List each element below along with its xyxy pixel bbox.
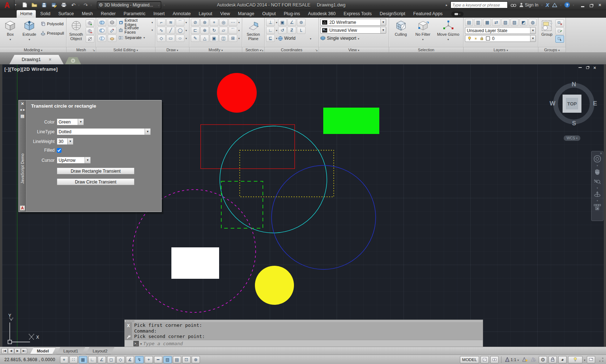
layer-freeze-button[interactable]: ◩ — [520, 19, 528, 26]
toggle-transparency[interactable]: ▨ — [163, 356, 172, 363]
ribbon-tab-featured-apps[interactable]: Featured Apps — [410, 10, 446, 18]
orbit-arrow[interactable]: ▾ — [597, 200, 598, 202]
ucs-origin-button[interactable]: ⊑ — [266, 35, 275, 42]
ribbon-tab-layout[interactable]: Layout — [195, 10, 216, 18]
draw-circle-transient-button[interactable]: Draw Circle Transient — [57, 178, 135, 185]
draw-ellipse-arrow[interactable] — [185, 37, 187, 40]
panel-label-section[interactable]: Section — [242, 47, 264, 52]
layout-tab-model[interactable]: Model — [30, 347, 56, 354]
viewcube-west[interactable]: W — [550, 100, 555, 107]
modify-pedit-button[interactable]: ⊏ — [191, 27, 200, 34]
viewport-minimize-button[interactable] — [579, 65, 582, 70]
layout-tab-layout2[interactable]: Layout2 — [86, 347, 114, 354]
modify-3d-align-button[interactable]: ⊛ — [200, 19, 209, 26]
toggle-polar-tracking[interactable]: ∠ — [98, 356, 106, 363]
ribbon-tab-mesh[interactable]: Mesh — [78, 10, 97, 18]
plot-button[interactable] — [60, 1, 67, 9]
viewport-close-button[interactable]: × — [593, 65, 596, 70]
ribbon-tab-output[interactable]: Output — [259, 10, 279, 18]
new-drawing-button[interactable] — [21, 1, 28, 9]
toolbar-lock-button[interactable] — [549, 356, 557, 363]
draw-rectangle-button[interactable]: ▭ — [166, 35, 175, 42]
layer-unisolate-button[interactable]: ▨ — [511, 19, 518, 26]
panel-label-solid-editing[interactable]: Solid Editing — [96, 47, 155, 52]
yellow-dashed-rectangle[interactable] — [240, 150, 334, 197]
mesh-panel-launcher[interactable] — [92, 48, 95, 52]
filled-checkbox[interactable] — [57, 148, 61, 153]
infocenter-collapse-arrow[interactable]: ▸ — [446, 3, 448, 7]
ribbon-tab-surface[interactable]: Surface — [55, 10, 77, 18]
zoom-button[interactable] — [593, 177, 601, 185]
modify-mirror-button[interactable]: ◫ — [219, 35, 228, 42]
draw-revision-cloud-button[interactable]: ≋ — [166, 19, 175, 26]
toggle-lineweight[interactable]: ━ — [154, 356, 162, 363]
panel-label-groups[interactable]: Groups — [538, 47, 566, 52]
layer-properties-button[interactable]: ▤ — [465, 19, 473, 26]
ribbon-display-options-button[interactable] — [451, 12, 464, 17]
ucs-3point-button[interactable]: Ｌ — [297, 27, 306, 34]
annotation-autoscale-button[interactable] — [530, 356, 537, 363]
window-minimize-button[interactable] — [580, 3, 585, 7]
panel-label-draw[interactable]: Draw — [155, 47, 189, 52]
mesh-no-smooth-button[interactable] — [86, 35, 94, 43]
search-button[interactable] — [511, 3, 516, 7]
sign-in-button[interactable]: Sign In — [519, 3, 538, 8]
toggle-selection-cycling[interactable]: ⊡ — [182, 356, 191, 363]
help-dropdown-arrow[interactable] — [573, 3, 574, 7]
separate-arrow[interactable] — [144, 36, 145, 39]
layer-state-dropdown[interactable]: Unsaved Layer State ▼ — [465, 27, 536, 34]
extrude-faces-arrow[interactable] — [152, 29, 153, 32]
solid-union-button[interactable] — [98, 19, 106, 26]
exchange-apps-icon[interactable]: X — [546, 2, 549, 8]
layer-isolate-button[interactable]: ▧ — [502, 19, 509, 26]
modify-copy-button[interactable]: ◎ — [219, 19, 228, 26]
toggle-snap-mode[interactable]: ∷ — [69, 356, 78, 363]
redo-button[interactable]: ↷ — [82, 1, 89, 9]
pan-button[interactable] — [594, 168, 601, 176]
coordinates-panel-launcher[interactable] — [315, 48, 318, 52]
ribbon-tab-designscript[interactable]: DesignScript — [376, 10, 409, 18]
layer-match-button[interactable]: ▥ — [474, 19, 482, 26]
draw-rectangle-transient-button[interactable]: Draw Rectangle Transient — [57, 168, 135, 174]
layer-dropdown-arrow[interactable]: ▼ — [530, 35, 535, 42]
viewcube-north[interactable]: N — [572, 81, 576, 88]
panel-label-modeling[interactable]: Modeling — [0, 47, 66, 52]
section-plane-button[interactable]: Section Plane — [244, 19, 263, 47]
color-dropdown-arrow[interactable]: ▼ — [78, 119, 84, 125]
named-view-arrow[interactable]: ▼ — [380, 27, 386, 33]
toggle-object-snap-tracking[interactable]: ∡ — [126, 356, 134, 363]
layer-current-button[interactable]: ▦ — [483, 19, 491, 26]
cyan-circle[interactable] — [220, 126, 327, 233]
ribbon-tab-solid[interactable]: Solid — [37, 10, 54, 18]
clean-screen-button[interactable] — [587, 356, 595, 363]
ucs-world-dropdown[interactable]: World — [278, 35, 311, 42]
color-dropdown[interactable]: Green ▼ — [57, 118, 84, 125]
modify-explode-button[interactable]: ⋯ — [229, 19, 237, 26]
sign-in-dropdown-arrow[interactable] — [541, 3, 543, 7]
ribbon-tab-view[interactable]: View — [217, 10, 234, 18]
navigation-wheel-button[interactable] — [593, 155, 601, 163]
toggle-3d-object-snap[interactable]: ◇ — [116, 356, 125, 363]
coordinate-readout[interactable]: 22.6815, 6.3608 , 0.0000 — [2, 357, 59, 362]
ribbon-tab-render[interactable]: Render — [97, 10, 119, 18]
draw-polygon-button[interactable]: ◇ — [157, 35, 166, 42]
modify-erase-button[interactable]: ✎ — [191, 35, 200, 42]
ribbon-tab-insert[interactable]: Insert — [150, 10, 168, 18]
annotation-scale-button[interactable]: 1:1 — [504, 356, 520, 363]
modify-fillet-arrow[interactable] — [238, 29, 240, 32]
solid-subtract-button[interactable] — [98, 27, 106, 34]
panel-label-view[interactable]: View — [319, 47, 389, 52]
ucs-x-arrow[interactable] — [276, 29, 277, 32]
previous-layout-button[interactable]: ◀ — [8, 348, 14, 354]
no-filter-arrow[interactable] — [422, 36, 423, 42]
first-layout-button[interactable]: |◀ — [1, 348, 8, 354]
undo-button[interactable]: ↶ — [70, 1, 77, 9]
box-button[interactable]: Box — [1, 19, 19, 47]
quick-view-drawings-button[interactable] — [490, 356, 499, 363]
command-history[interactable]: Pick first corner point: Command: Pick s… — [132, 322, 483, 340]
autodesk360-button[interactable] — [552, 3, 557, 7]
section-panel-launcher[interactable] — [261, 48, 264, 52]
white-filled-rectangle[interactable] — [171, 247, 219, 279]
toggle-annotation-monitor[interactable]: ⊕ — [192, 356, 200, 363]
command-customize-wrench-icon[interactable] — [126, 334, 131, 339]
